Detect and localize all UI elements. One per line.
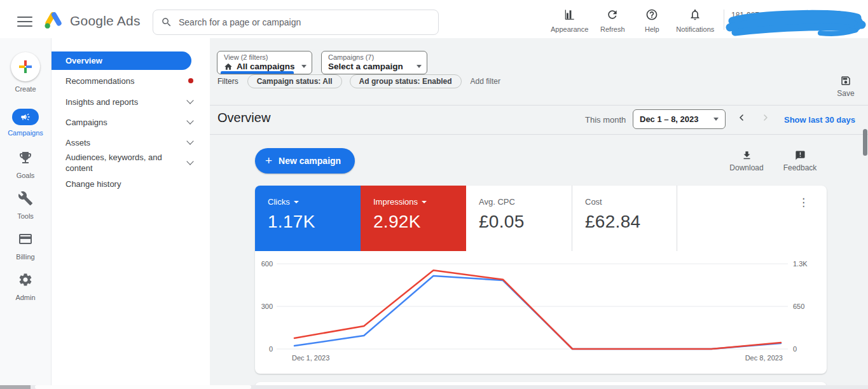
account-id: 181-987- [731,11,823,20]
campaign-select-value: Select a campaign [328,62,403,71]
new-campaign-label: New campaign [279,156,341,166]
previous-period-button[interactable] [736,113,747,123]
nav-item-change-history[interactable]: Change history [52,174,210,194]
page-title: Overview [217,111,270,125]
period-label: This month [585,115,626,125]
chevron-down-icon [186,158,193,165]
right-axis-tick: 650 [793,303,804,310]
chevron-down-icon [186,137,193,144]
download-label: Download [729,163,763,172]
trophy-icon [18,150,33,168]
scorecard-value: £0.05 [479,212,572,232]
refresh-button[interactable]: Refresh [597,8,628,33]
scorecard-impressions[interactable]: Impressions2.92K [361,186,466,251]
notifications-button[interactable]: Notifications [676,8,714,33]
save-label: Save [837,89,854,98]
rail-item-admin[interactable]: Admin [0,272,51,301]
account-info[interactable]: 181-987- bsom [731,11,823,31]
google-ads-app: Google Ads AppearanceRefreshHelpNotifica… [0,0,868,389]
scorecards: Clicks1.17KImpressions2.92KAvg. CPC£0.05… [255,186,677,251]
x-axis-label-end: Dec 8, 2023 [745,354,783,362]
appearance-button[interactable]: Appearance [551,8,588,33]
rail-item-label: Goals [17,172,35,179]
horizontal-scrollbar-thumb[interactable] [0,385,31,389]
filter-chip[interactable]: Campaign status: All [247,74,342,88]
chart-line-impressions [294,270,781,349]
rail-item-label: Create [15,85,36,93]
save-button[interactable]: Save [830,75,862,98]
search-input[interactable] [179,17,431,27]
rail-item-tools[interactable]: Tools [0,191,51,220]
search-bar[interactable] [153,10,439,35]
scorecard-clicks[interactable]: Clicks1.17K [255,186,361,251]
nav-item-insights-and-reports[interactable]: Insights and reports [52,92,210,112]
rail-item-label: Admin [15,294,35,301]
rail-item-campaigns[interactable]: Campaigns [0,109,51,137]
avatar[interactable] [828,11,847,30]
scorecard-value: 1.17K [268,212,361,232]
download-icon [741,150,752,161]
left-axis-tick: 600 [261,260,273,268]
nav-item-label: Recommendations [65,76,134,86]
nav-item-recommendations[interactable]: Recommendations [52,71,210,91]
topbar-action-label: Help [645,25,659,33]
left-axis-tick: 300 [261,303,273,310]
account-email: bsom [731,22,823,31]
date-range-picker[interactable]: Dec 1 – 8, 2023 [633,109,726,129]
nav-item-label: Audiences, keywords, and content [65,152,172,174]
add-filter-button[interactable]: Add filter [471,77,500,86]
right-axis-tick: 0 [793,345,797,353]
campaign-select[interactable]: Campaigns (7) Select a campaign [321,51,427,74]
wrench-icon [18,191,33,208]
bar-chart-icon [563,8,576,24]
gear-icon [18,272,33,290]
scorecard-cost[interactable]: Cost£62.84 [572,186,677,251]
filter-chip[interactable]: Ad group status: Enabled [350,74,462,88]
rail-item-create[interactable]: Create [0,52,51,93]
left-rail: CreateCampaignsGoalsToolsBillingAdmin [0,38,51,389]
nav-item-assets[interactable]: Assets [52,132,210,153]
chevron-down-icon [713,118,719,121]
save-icon [840,75,851,86]
feedback-icon [795,150,806,161]
view-select-value: All campaigns [237,62,295,71]
plus-icon: + [265,154,272,168]
overflow-menu-button[interactable]: ⋮ [798,197,809,208]
topbar-action-label: Refresh [600,25,625,33]
campaign-select-label: Campaigns (7) [328,53,422,61]
topbar: Google Ads AppearanceRefreshHelpNotifica… [0,0,868,38]
show-last-30-days-link[interactable]: Show last 30 days [784,115,855,125]
rail-item-billing[interactable]: Billing [0,231,51,261]
x-axis-label-start: Dec 1, 2023 [292,354,329,362]
nav-item-campaigns[interactable]: Campaigns [52,112,210,132]
rail-item-goals[interactable]: Goals [0,150,51,179]
view-select[interactable]: View (2 filters) All campaigns [217,51,312,74]
vertical-scrollbar-thumb[interactable] [863,129,867,156]
chevron-down-icon [186,97,193,104]
nav-item-audiences-keywords-and-content[interactable]: Audiences, keywords, and content [52,151,210,174]
search-icon [161,17,172,28]
chevron-down-icon [301,65,307,68]
feedback-button[interactable]: Feedback [783,150,817,172]
scorecard-label: Clicks [268,197,361,207]
help-button[interactable]: Help [637,8,667,33]
scorecard-avg-cpc[interactable]: Avg. CPC£0.05 [466,186,572,251]
refresh-icon [606,8,619,24]
next-period-button[interactable] [761,113,771,123]
filters-label: Filters [217,77,238,86]
scorecard-label: Cost [585,197,677,207]
home-icon [224,62,233,71]
horizontal-scrollbar[interactable] [0,385,868,389]
nav-item-label: Campaigns [65,118,107,127]
filters-row: Filters Campaign status: AllAd group sta… [217,74,500,88]
rail-item-label: Billing [16,253,34,261]
download-button[interactable]: Download [729,150,764,172]
nav-item-overview[interactable]: Overview [52,51,191,70]
overview-line-chart: 003006506001.3KDec 1, 2023Dec 8, 2023 [255,251,827,374]
hamburger-menu-icon[interactable] [17,17,32,27]
google-ads-logo [43,10,64,30]
new-campaign-button[interactable]: + New campaign [255,148,355,174]
notification-dot [188,78,193,83]
topbar-action-label: Notifications [676,25,714,33]
left-axis-tick: 0 [269,345,273,353]
